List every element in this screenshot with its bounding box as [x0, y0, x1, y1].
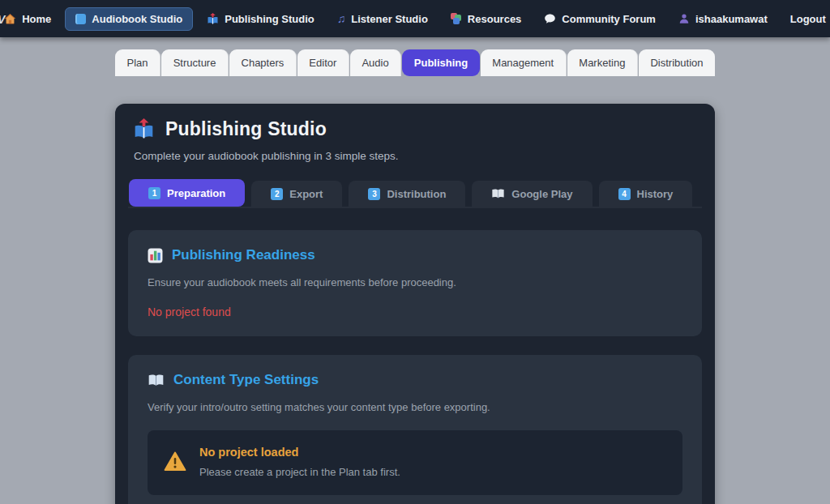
publishing-studio-card: Publishing Studio Complete your audioboo…	[115, 104, 715, 504]
tab-editor[interactable]: Editor	[297, 49, 349, 76]
book-icon	[75, 14, 86, 24]
section-description: Ensure your audiobook meets all requirem…	[148, 276, 682, 288]
step-tab-preparation[interactable]: 1 Preparation	[129, 179, 245, 207]
open-book-icon	[491, 188, 505, 199]
publishing-readiness-section: Publishing Readiness Ensure your audiobo…	[128, 230, 702, 336]
chat-icon	[544, 13, 556, 24]
warning-texts: No project loaded Please create a projec…	[199, 444, 400, 478]
open-book-icon	[148, 374, 165, 387]
nav-item-label: Logout	[790, 13, 826, 25]
nav-item-resources[interactable]: Resources	[442, 7, 530, 31]
user-icon	[678, 13, 690, 24]
keycap-2-icon: 2	[271, 188, 283, 200]
warning-title: No project loaded	[199, 446, 400, 459]
studio-header: Publishing Studio	[128, 118, 702, 140]
nav-item-user[interactable]: ishaakumawat	[670, 7, 777, 31]
workspace-tabstrip: Plan Structure Chapters Editor Audio Pub…	[115, 49, 715, 76]
bar-chart-icon	[148, 248, 163, 263]
tab-structure[interactable]: Structure	[161, 49, 229, 76]
no-project-warning-box: No project loaded Please create a projec…	[148, 430, 682, 495]
keycap-3-icon: 3	[368, 188, 380, 200]
publish-book-icon	[133, 118, 155, 140]
nav-item-label: Listener Studio	[351, 13, 428, 25]
page-subtitle: Complete your audiobook publishing in 3 …	[134, 150, 702, 162]
tab-marketing[interactable]: Marketing	[567, 49, 638, 76]
nav-item-publishing-studio[interactable]: Publishing Studio	[198, 7, 323, 31]
top-navbar: V Home Audiobook Studio Publishing Studi…	[0, 0, 830, 37]
tab-audio[interactable]: Audio	[350, 49, 401, 76]
nav-item-label: Audiobook Studio	[92, 13, 182, 25]
publish-icon	[207, 13, 219, 25]
section-title: Publishing Readiness	[172, 247, 315, 263]
step-tab-distribution[interactable]: 3 Distribution	[349, 181, 465, 207]
warning-triangle-icon	[164, 451, 186, 472]
section-title: Content Type Settings	[173, 372, 319, 388]
keycap-1-icon: 1	[148, 187, 160, 199]
step-tab-export[interactable]: 2 Export	[251, 181, 342, 207]
nav-item-listener-studio[interactable]: ♫ Listener Studio	[328, 7, 437, 31]
step-label: Export	[289, 188, 323, 200]
nav-item-audiobook-studio[interactable]: Audiobook Studio	[65, 7, 193, 31]
step-label: Google Play	[511, 188, 572, 200]
tab-publishing[interactable]: Publishing	[402, 49, 480, 76]
step-tab-google-play[interactable]: Google Play	[472, 181, 592, 207]
tab-distribution[interactable]: Distribution	[639, 49, 715, 76]
no-project-error: No project found	[148, 305, 682, 318]
music-notes-icon: ♫	[337, 13, 346, 24]
steps-tabbar: 1 Preparation 2 Export 3 Distribution Go…	[128, 179, 702, 208]
section-heading: Publishing Readiness	[148, 247, 682, 263]
nav-item-label: ishaakumawat	[695, 13, 768, 25]
step-label: Preparation	[167, 187, 225, 199]
partial-logo: V	[0, 13, 7, 25]
content-type-settings-section: Content Type Settings Verify your intro/…	[128, 355, 702, 504]
nav-item-home[interactable]: Home	[0, 7, 60, 31]
nav-item-community-forum[interactable]: Community Forum	[535, 7, 665, 31]
tab-plan[interactable]: Plan	[115, 49, 160, 76]
nav-item-logout[interactable]: Logout	[781, 7, 830, 31]
tab-chapters[interactable]: Chapters	[229, 49, 297, 76]
nav-item-label: Community Forum	[562, 13, 656, 25]
step-label: Distribution	[387, 188, 446, 200]
step-tab-history[interactable]: 4 History	[599, 181, 693, 207]
keycap-4-icon: 4	[618, 188, 631, 200]
page-title: Publishing Studio	[165, 118, 327, 140]
warning-message: Please create a project in the Plan tab …	[199, 466, 400, 478]
nav-item-label: Resources	[468, 13, 521, 25]
resources-icon	[451, 13, 462, 24]
nav-item-label: Home	[22, 13, 51, 25]
section-heading: Content Type Settings	[148, 372, 682, 388]
section-description: Verify your intro/outro setting matches …	[148, 401, 682, 413]
nav-item-label: Publishing Studio	[225, 13, 314, 25]
step-label: History	[637, 188, 674, 200]
tab-management[interactable]: Management	[481, 49, 567, 76]
